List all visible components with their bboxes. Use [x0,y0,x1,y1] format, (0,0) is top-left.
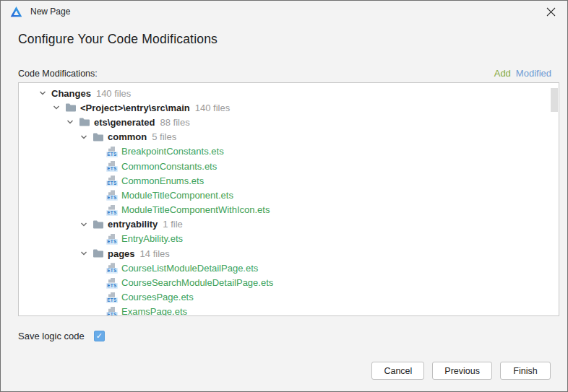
tree-row[interactable]: ets\generated88 files [19,115,559,129]
tree-row[interactable]: ETSExamsPage.ets [19,305,559,316]
page-title: Configure Your Code Modifications [18,32,218,47]
ets-file-tag: ETS [106,268,118,274]
folder-icon [79,117,90,127]
ets-file-icon: ETS [106,146,118,157]
close-icon[interactable] [535,1,567,22]
tree-item-count: 1 file [163,219,182,230]
chevron-down-icon[interactable] [39,90,51,97]
toolbar: Code Modifications: Add Modified [18,68,551,79]
folder-icon [92,248,104,258]
tree-row[interactable]: entryability1 file [19,217,559,232]
tree-item-count: 14 files [140,248,170,259]
tree-item-label: CommonEnums.ets [121,175,204,186]
chevron-down-icon[interactable] [80,134,92,141]
ets-file-page-glyph [108,161,115,166]
save-logic-code-checkbox[interactable]: ✓ [94,331,105,341]
folder-icon [65,103,77,113]
tree-row[interactable]: ETSCoursesPage.ets [19,290,559,305]
save-logic-code-label: Save logic code [18,331,85,341]
tree-item-label: entryability [108,219,158,230]
ets-file-icon: ETS [106,233,118,245]
tree-item-count: 140 files [96,88,131,99]
ets-file-icon: ETS [106,277,118,289]
ets-file-page-glyph [108,190,115,195]
ets-file-tag: ETS [106,283,118,289]
tree-item-label: BreakpointConstants.ets [121,146,224,157]
tree-item-label: pages [108,248,135,259]
ets-file-tag: ETS [106,312,118,316]
ets-file-tag: ETS [106,195,118,201]
ets-file-icon: ETS [106,262,118,274]
tree-row[interactable]: Changes140 files [19,86,559,100]
tree-item-label: ExamsPage.ets [121,306,187,316]
tree-rows: Changes140 files<Project>\entry\src\main… [19,83,559,316]
code-modifications-label: Code Modifications: [18,69,98,79]
ets-file-tag: ETS [106,239,118,245]
finish-button[interactable]: Finish [500,362,551,380]
modified-link[interactable]: Modified [516,68,551,79]
tree-item-label: Changes [51,88,91,99]
deveco-logo-icon [10,6,22,18]
ets-file-page-glyph [108,234,115,239]
new-page-dialog: New Page Configure Your Code Modificatio… [0,0,568,392]
tree-item-label: CommonConstants.ets [121,161,217,172]
ets-file-tag: ETS [106,210,118,216]
tree-row[interactable]: ETSCourseListModuleDetailPage.ets [19,261,559,275]
ets-file-page-glyph [108,175,115,180]
tree-row[interactable]: ETSCommonEnums.ets [19,173,559,188]
tree-row[interactable]: ETSEntryAbility.ets [19,232,559,246]
ets-file-page-glyph [108,147,115,152]
ets-file-tag: ETS [106,180,118,186]
tree-row[interactable]: ETSModuleTitleComponent.ets [19,188,559,202]
folder-icon [92,219,104,230]
folder-icon [92,132,104,142]
tree-row[interactable]: ETSCommonConstants.ets [19,159,559,173]
changes-tree-panel: Changes140 files<Project>\entry\src\main… [18,82,559,316]
previous-button[interactable]: Previous [432,362,492,380]
tree-item-label: CoursesPage.ets [121,292,194,302]
tree-item-count: 88 files [160,117,190,128]
save-logic-row: Save logic code ✓ [18,331,105,341]
ets-file-icon: ETS [106,189,118,201]
tree-item-count: 5 files [152,131,176,142]
tree-item-label: CourseListModuleDetailPage.ets [121,263,258,274]
tree-item-label: common [108,131,147,142]
ets-file-tag: ETS [106,297,118,303]
tree-row[interactable]: common5 files [19,130,559,144]
ets-file-page-glyph [108,205,115,210]
tree-item-label: <Project>\entry\src\main [80,103,190,113]
title-bar: New Page [1,1,567,22]
ets-file-page-glyph [108,278,115,283]
tree-item-label: EntryAbility.ets [121,233,183,244]
ets-file-tag: ETS [106,152,118,157]
ets-file-page-glyph [108,263,115,268]
cancel-button[interactable]: Cancel [371,362,424,380]
tree-row[interactable]: ETSBreakpointConstants.ets [19,144,559,159]
tree-item-label: ModuleTitleComponent.ets [121,190,233,201]
add-link[interactable]: Add [494,68,511,79]
ets-file-icon: ETS [106,175,118,186]
ets-file-icon: ETS [106,160,118,172]
ets-file-icon: ETS [106,306,118,316]
ets-file-page-glyph [108,292,115,297]
tree-item-label: ets\generated [94,117,155,128]
ets-file-page-glyph [108,307,115,312]
tree-row[interactable]: pages14 files [19,246,559,261]
tree-item-label: ModuleTitleComponentWithIcon.ets [121,204,270,215]
dialog-button-row: CancelPreviousFinish [371,362,551,380]
tree-row[interactable]: <Project>\entry\src\main140 files [19,100,559,115]
ets-file-icon: ETS [106,204,118,216]
tree-item-count: 140 files [195,103,230,113]
ets-file-tag: ETS [106,166,118,172]
tree-item-label: CourseSearchModuleDetailPage.ets [121,277,273,288]
window-title: New Page [30,6,70,17]
chevron-down-icon[interactable] [80,250,92,257]
tree-row[interactable]: ETSCourseSearchModuleDetailPage.ets [19,275,559,289]
chevron-down-icon[interactable] [80,221,92,228]
tree-row[interactable]: ETSModuleTitleComponentWithIcon.ets [19,203,559,217]
ets-file-icon: ETS [106,292,118,303]
scrollbar-thumb[interactable] [551,88,558,112]
chevron-down-icon[interactable] [66,118,79,126]
chevron-down-icon[interactable] [53,104,65,111]
